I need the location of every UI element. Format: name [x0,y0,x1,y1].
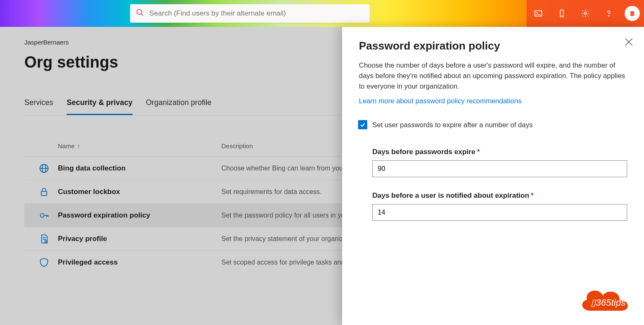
svg-point-6 [608,16,609,16]
days-expire-input[interactable] [372,160,627,177]
office-icon: ▯ [591,297,596,308]
help-icon[interactable] [597,0,621,27]
search-box[interactable] [130,4,370,23]
required-indicator: * [477,148,480,156]
expire-checkbox-row: Set user passwords to expire after a num… [358,120,627,129]
column-name-label: Name [58,142,75,149]
search-icon [136,8,149,18]
days-notify-field: Days before a user is notified about exp… [372,191,627,221]
days-expire-label-text: Days before passwords expire [372,148,475,156]
shell-icon[interactable] [527,0,550,27]
key-icon [30,210,58,221]
tab-organization-profile[interactable]: Organization profile [146,98,211,115]
svg-point-5 [584,12,587,15]
days-notify-label-text: Days before a user is notified about exp… [372,191,529,199]
row-name: Privileged access [58,258,221,267]
expire-checkbox[interactable] [358,120,367,129]
globe-icon [30,163,58,174]
svg-rect-10 [42,191,47,195]
learn-more-link[interactable]: Learn more about password policy recomme… [359,97,522,105]
svg-rect-2 [535,11,542,16]
avatar[interactable] [621,0,644,27]
row-name: Password expiration policy [58,211,221,220]
svg-line-1 [141,14,143,16]
row-name: Bing data collection [58,164,221,173]
panel-description: Choose the number of days before a user'… [359,60,627,91]
tab-services[interactable]: Services [24,98,53,115]
watermark-label: 365tips [596,297,626,308]
days-notify-label: Days before a user is notified about exp… [372,191,627,200]
required-indicator: * [531,191,534,199]
panel-title: Password expiration policy [359,39,627,52]
days-expire-field: Days before passwords expire* [372,148,627,177]
lock-icon [30,186,58,197]
row-name: Customer lockbox [58,188,221,196]
details-panel: Password expiration policy Choose the nu… [342,27,644,325]
svg-point-0 [137,10,142,15]
close-icon[interactable] [623,36,635,48]
column-name[interactable]: Name ↑ [58,142,221,149]
row-name: Privacy profile [58,235,221,243]
svg-point-17 [45,241,47,243]
days-expire-label: Days before passwords expire* [372,148,627,156]
document-icon [30,233,58,244]
sort-asc-icon: ↑ [77,142,80,149]
expire-checkbox-label: Set user passwords to expire after a num… [372,121,532,129]
gear-icon[interactable] [574,0,597,27]
search-input[interactable] [149,9,364,18]
top-bar [0,0,644,27]
tab-security-privacy[interactable]: Security & privacy [67,98,132,115]
shield-icon [30,257,58,268]
mobile-icon[interactable] [550,0,574,27]
days-notify-input[interactable] [372,204,627,221]
topbar-actions [527,0,644,27]
watermark-text: ▯365tips [591,297,626,308]
svg-point-11 [40,213,44,217]
